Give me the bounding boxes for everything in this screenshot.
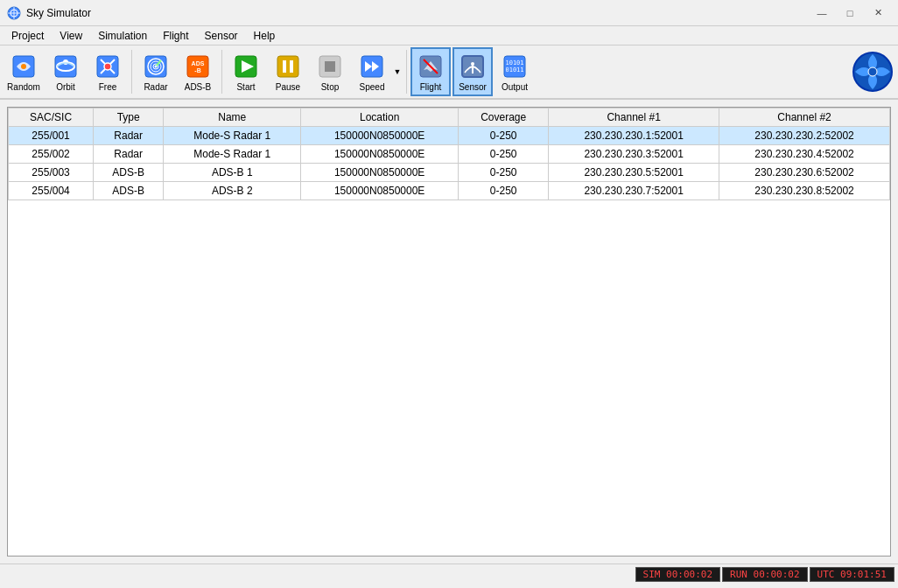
menu-flight[interactable]: Flight [155,27,196,45]
main-content: SAC/SIC Type Name Location Coverage Chan… [7,107,891,556]
flight-label: Flight [420,82,441,92]
table-row[interactable]: 255/003ADS-BADS-B 1150000N0850000E0-2502… [9,164,890,182]
maximize-button[interactable]: □ [837,4,863,22]
stop-label: Stop [321,82,340,92]
menu-bar: Project View Simulation Flight Sensor He… [0,26,898,46]
menu-help[interactable]: Help [246,27,284,45]
speed-icon [358,52,386,80]
cell-coverage: 0-250 [459,127,549,145]
svg-text:ADS: ADS [192,60,205,66]
flight-icon [417,52,445,80]
random-icon [10,52,38,80]
orbit-icon [52,52,80,80]
svg-rect-24 [277,56,298,77]
cell-type: ADS-B [94,164,164,182]
menu-project[interactable]: Project [4,27,52,45]
cell-channel1: 230.230.230.7:52001 [549,182,719,200]
cell-sac-sic: 255/003 [9,164,94,182]
free-icon [94,52,122,80]
cell-type: Radar [94,145,164,164]
col-type: Type [94,108,164,127]
svg-text:01011: 01011 [505,66,523,74]
cell-type: ADS-B [94,182,164,200]
free-button[interactable]: Free [88,47,128,96]
col-location: Location [301,108,459,127]
table-row[interactable]: 255/004ADS-BADS-B 2150000N0850000E0-2502… [9,182,890,200]
start-button[interactable]: Start [226,47,266,96]
speed-label: Speed [360,82,385,92]
cell-channel1: 230.230.230.5:52001 [549,164,719,182]
status-bar: SIM 00:00:02 RUN 00:00:02 UTC 09:01:51 [0,564,898,584]
output-icon: 10101 01011 [501,52,529,80]
stop-icon [316,52,344,80]
adsb-icon: ADS -B [184,52,212,80]
col-coverage: Coverage [459,108,549,127]
cell-sac-sic: 255/001 [9,127,94,145]
minimize-button[interactable]: — [809,4,835,22]
cell-location: 150000N0850000E [301,182,459,200]
cell-name: ADS-B 2 [164,182,301,200]
menu-view[interactable]: View [52,27,90,45]
cell-channel2: 230.230.230.2:52002 [719,127,890,145]
window-controls: — □ ✕ [809,4,891,22]
speed-dropdown-arrow[interactable]: ▼ [392,47,403,96]
cell-sac-sic: 255/004 [9,182,94,200]
svg-point-36 [471,62,474,66]
close-button[interactable]: ✕ [865,4,891,22]
svg-rect-19 [187,56,208,77]
stop-button[interactable]: Stop [310,47,350,96]
table-body: 255/001RadarMode-S Radar 1150000N0850000… [9,127,890,200]
orbit-button[interactable]: Orbit [46,47,86,96]
svg-point-18 [155,65,158,67]
random-label: Random [7,82,40,92]
flight-button[interactable]: Flight [410,47,451,96]
col-channel2: Channel #2 [719,108,890,127]
radar-button[interactable]: Radar [136,47,176,96]
adsb-button[interactable]: ADS -B ADS-B [178,47,218,96]
cell-sac-sic: 255/002 [9,145,94,164]
col-name: Name [164,108,301,127]
cell-name: ADS-B 1 [164,164,301,182]
adsb-label: ADS-B [185,82,212,92]
cell-channel1: 230.230.230.1:52001 [549,127,719,145]
pause-icon [274,52,302,80]
cell-type: Radar [94,127,164,145]
app-title: Sky Simulator [26,7,809,19]
output-button[interactable]: 10101 01011 Output [495,47,535,96]
col-sac-sic: SAC/SIC [9,108,94,127]
table-row[interactable]: 255/002RadarMode-S Radar 1150000N0850000… [9,145,890,164]
cell-name: Mode-S Radar 1 [164,145,301,164]
cell-coverage: 0-250 [459,182,549,200]
menu-simulation[interactable]: Simulation [90,27,155,45]
output-label: Output [502,82,528,92]
pause-label: Pause [276,82,300,92]
app-logo [851,50,894,94]
sim-status: SIM 00:00:02 [635,567,720,582]
cell-location: 150000N0850000E [301,145,459,164]
utc-status: UTC 09:01:51 [810,567,894,582]
svg-point-41 [868,67,877,76]
cell-channel2: 230.230.230.4:52002 [719,145,890,164]
radar-icon [142,52,170,80]
free-label: Free [99,82,117,92]
sensor-button[interactable]: Sensor [453,47,493,96]
svg-rect-6 [55,56,76,77]
speed-button[interactable]: Speed [352,47,392,96]
random-button[interactable]: Random [4,47,44,96]
cell-channel2: 230.230.230.8:52002 [719,182,890,200]
svg-rect-25 [283,60,286,73]
table-header-row: SAC/SIC Type Name Location Coverage Chan… [9,108,890,127]
menu-sensor[interactable]: Sensor [197,27,246,45]
title-bar: Sky Simulator — □ ✕ [0,0,898,26]
start-icon [232,52,260,80]
pause-button[interactable]: Pause [268,47,308,96]
start-label: Start [236,82,255,92]
cell-coverage: 0-250 [459,164,549,182]
separator-2 [221,50,222,94]
table-row[interactable]: 255/001RadarMode-S Radar 1150000N0850000… [9,127,890,145]
app-icon [7,6,21,20]
sensor-icon [459,52,487,80]
cell-channel1: 230.230.230.3:52001 [549,145,719,164]
svg-point-8 [63,60,68,65]
sensor-label: Sensor [459,82,487,92]
